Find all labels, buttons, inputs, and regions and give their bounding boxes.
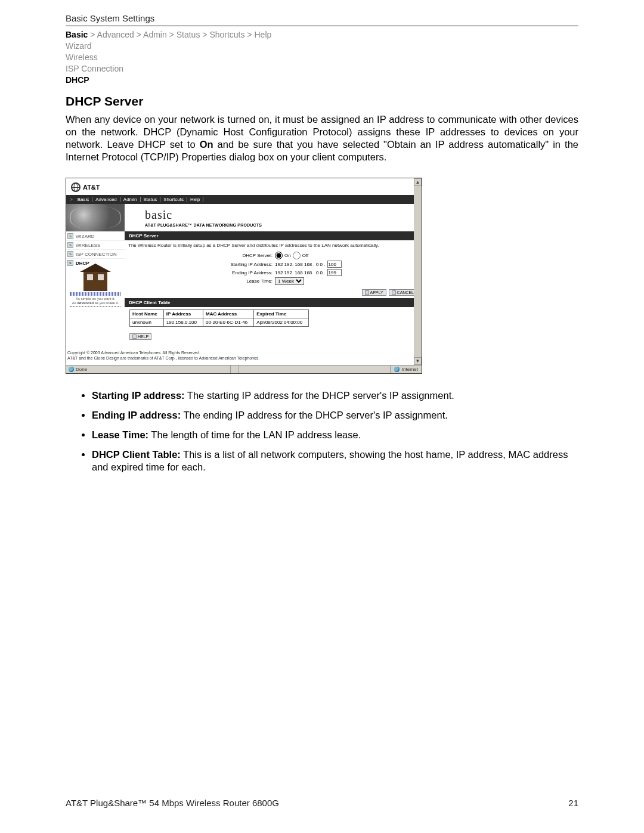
router-screenshot: AT&T > Basic Advanced Admin Status Short… xyxy=(66,178,422,374)
start-ip-label: Starting IP Address: xyxy=(128,262,275,267)
end-ip-label: Ending IP Address: xyxy=(128,270,275,275)
scroll-up-button[interactable]: ▲ xyxy=(414,178,422,186)
status-text: Done xyxy=(76,367,87,372)
decorative-bars xyxy=(70,292,121,296)
dhcp-server-bar: DHCP Server xyxy=(125,231,422,240)
copyright: Copyright © 2003 Advanced American Telep… xyxy=(66,345,422,365)
breadcrumb: Basic > Advanced > Admin > Status > Shor… xyxy=(66,30,578,39)
lease-time-label: Lease Time: xyxy=(128,278,275,284)
globe-icon xyxy=(71,182,80,192)
col-ip-address: IP Address xyxy=(163,310,203,318)
zone-text: Internet xyxy=(402,367,418,372)
arrow-icon: » xyxy=(67,242,73,248)
dhcp-client-bar: DHCP Client Table xyxy=(125,298,422,307)
subnav: Wizard Wireless ISP Connection DHCP xyxy=(66,41,578,86)
footer-page-number: 21 xyxy=(568,798,578,808)
bullet-list: Starting IP address: The starting IP add… xyxy=(92,389,578,474)
scrollbar[interactable]: ▲ ▼ xyxy=(414,178,422,365)
tab-admin[interactable]: Admin xyxy=(120,197,141,202)
tab-advanced[interactable]: Advanced xyxy=(92,197,120,202)
start-ip-input[interactable] xyxy=(327,261,342,268)
dhcp-on-text: On xyxy=(284,253,291,258)
bullet-start-ip: Starting IP address: The starting IP add… xyxy=(92,389,578,402)
crumb-shortcuts[interactable]: Shortcuts xyxy=(209,30,244,39)
help-button[interactable]: HELP xyxy=(129,333,151,340)
button-icon xyxy=(132,335,137,339)
start-ip-prefix: 192 192. 168 168 . 0 0 . xyxy=(275,262,326,267)
section-heading: DHCP Server xyxy=(66,94,578,109)
subnav-wizard[interactable]: Wizard xyxy=(66,41,578,52)
dhcp-server-desc: The Wireless Router is initially setup a… xyxy=(125,240,422,251)
ie-icon xyxy=(69,367,74,372)
left-nav: »WIZARD »WIRELESS »ISP CONNECTION »DHCP xyxy=(66,231,125,267)
tab-help[interactable]: Help xyxy=(187,197,203,202)
tab-shortcuts[interactable]: Shortcuts xyxy=(160,197,187,202)
tab-bar: > Basic Advanced Admin Status Shortcuts … xyxy=(66,195,422,204)
arrow-icon: » xyxy=(67,233,73,239)
col-expired-time: Expired Time xyxy=(254,310,309,318)
dhcp-server-label: DHCP Server: xyxy=(128,253,275,258)
subnav-wireless[interactable]: Wireless xyxy=(66,52,578,63)
crumb-help[interactable]: Help xyxy=(254,30,271,39)
col-mac-address: MAC Address xyxy=(203,310,253,318)
table-row: unknown 192.158.0.100 00-20-E0-6C-D1-46 … xyxy=(130,318,309,327)
tab-basic[interactable]: Basic xyxy=(75,197,93,202)
nav-wireless[interactable]: »WIRELESS xyxy=(66,240,125,249)
internet-icon xyxy=(394,367,400,372)
status-bar: Done Internet xyxy=(66,365,422,373)
subnav-dhcp[interactable]: DHCP xyxy=(66,75,578,86)
apply-button[interactable]: APPLY xyxy=(362,289,386,296)
nav-wizard[interactable]: »WIZARD xyxy=(66,231,125,240)
dhcp-off-text: Off xyxy=(302,253,309,258)
button-icon xyxy=(365,290,369,295)
button-icon xyxy=(392,290,396,295)
tab-status[interactable]: Status xyxy=(141,197,161,202)
scroll-down-button[interactable]: ▼ xyxy=(414,357,422,365)
footer-product: AT&T Plug&Share™ 54 Mbps Wireless Router… xyxy=(66,798,279,808)
dhcp-client-table: Host Name IP Address MAC Address Expired… xyxy=(129,309,309,327)
cancel-button[interactable]: CANCEL xyxy=(389,289,417,296)
table-header-row: Host Name IP Address MAC Address Expired… xyxy=(130,310,309,318)
arrow-icon: » xyxy=(67,251,73,257)
end-ip-prefix: 192 192. 168 168 . 0 0 . xyxy=(275,270,326,275)
intro-text: When any device on your network is turne… xyxy=(66,113,578,163)
brand-text: AT&T xyxy=(83,184,100,191)
crumb-status[interactable]: Status xyxy=(177,30,200,39)
divider xyxy=(66,26,578,26)
decorative-rule xyxy=(70,306,121,307)
bullet-end-ip: Ending IP address: The ending IP address… xyxy=(92,409,578,422)
arrow-icon: » xyxy=(67,260,73,266)
hero-image xyxy=(66,204,125,231)
hero-title: basic xyxy=(145,208,422,222)
dhcp-off-radio[interactable] xyxy=(293,252,301,259)
house-icon xyxy=(83,271,107,291)
end-ip-input[interactable] xyxy=(327,269,342,276)
page-title: Basic System Settings xyxy=(66,13,578,23)
crumb-advanced[interactable]: Advanced xyxy=(97,30,134,39)
tagline: As simple as you want it. As advanced as… xyxy=(67,297,123,305)
subnav-isp-connection[interactable]: ISP Connection xyxy=(66,63,578,75)
dhcp-on-radio[interactable] xyxy=(275,252,283,259)
bullet-lease-time: Lease Time: The length of time for the L… xyxy=(92,429,578,441)
crumb-basic[interactable]: Basic xyxy=(66,30,88,39)
crumb-admin[interactable]: Admin xyxy=(143,30,167,39)
page-footer: AT&T Plug&Share™ 54 Mbps Wireless Router… xyxy=(66,798,578,808)
col-host-name: Host Name xyxy=(130,310,164,318)
hero-subtitle: AT&T PLUG&SHARE™ DATA NETWORKING PRODUCT… xyxy=(145,223,422,227)
lease-time-select[interactable]: 1 Week xyxy=(275,277,304,285)
bullet-client-table: DHCP Client Table: This is a list of all… xyxy=(92,448,578,473)
nav-isp-connection[interactable]: »ISP CONNECTION xyxy=(66,249,125,258)
